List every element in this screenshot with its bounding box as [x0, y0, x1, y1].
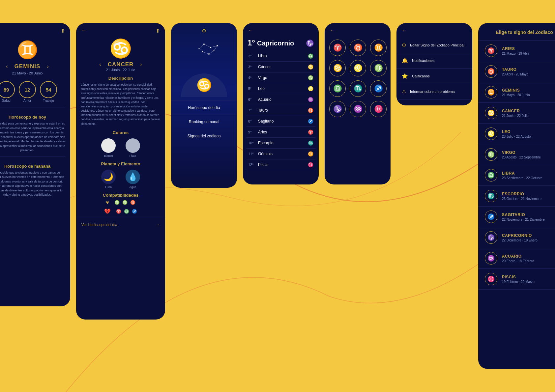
geminis-stats-row: 89 Salud 12 Amor 54 Trabajo [0, 81, 70, 102]
zodiac-grid-item[interactable]: ♍ [370, 60, 387, 76]
zodiac-list-name: PISCIS [502, 275, 555, 279]
zodiac-list-symbol: ♈ [485, 44, 497, 57]
settings-item-text: Calificanos [412, 74, 430, 78]
rank-num: 11° [248, 152, 255, 156]
rank-symbol: ♎ [308, 53, 313, 59]
settings-item[interactable]: ⭐ Calificanos [396, 69, 472, 84]
zodiac-selector-item[interactable]: ♓ PISCIS 19 Febrero · 20 Marzo [478, 269, 555, 290]
zodiac-grid-item[interactable]: ♑ [329, 101, 346, 117]
zodiac-list-symbol: ♏ [485, 190, 497, 202]
menu-item-horoscope-day[interactable]: Horóscopo del día [171, 100, 237, 115]
stat-amor-label: Amor [23, 99, 31, 102]
compat-heart-broken-icon: 💔 [104, 208, 111, 214]
ranking-item[interactable]: 8° Sagitario ♐ [246, 116, 315, 127]
prev-sign-icon[interactable]: ‹ [6, 64, 8, 70]
zodiac-selector-item[interactable]: ♑ CAPRICORNIO 22 Diciembre · 19 Enero [478, 227, 555, 248]
rank-symbol: ♉ [308, 108, 313, 113]
compat-heart-icon: ♥ [106, 200, 109, 206]
zodiac-list-dates: 23 Septiembre · 22 Octubre [502, 176, 555, 180]
zodiac-grid-item[interactable]: ♒ [350, 101, 366, 117]
geminis-sign-name: GEMINIS [15, 63, 41, 70]
stat-trabajo-value: 54 [46, 87, 51, 93]
cancer-prev-icon[interactable]: ‹ [99, 62, 101, 68]
cancer-back-icon[interactable]: ← [81, 28, 87, 34]
zodiac-grid-item[interactable]: ♎ [329, 80, 346, 97]
menu-item-ranking[interactable]: Ranking semanal [171, 115, 237, 129]
zodiac-grid-item[interactable]: ♏ [350, 80, 366, 97]
zodiac-selector-item[interactable]: ♐ SAGITARIO 22 Noviembre · 21 Diciembre [478, 207, 555, 227]
zodiac-selector-item[interactable]: ♒ ACUARIO 20 Enero · 18 Febrero [478, 248, 555, 269]
zodiac-selector-item[interactable]: ♉ TAURO 20 Abril · 20 Mayo [478, 61, 555, 82]
settings-item[interactable]: 🔔 Notificaciones [396, 53, 472, 69]
ranking-item[interactable]: 9° Aries ♈ [246, 127, 315, 138]
zodiac-selector-item[interactable]: ♋ CANCER 21 Junio · 22 Julio [478, 103, 555, 124]
rank-num: 2° [248, 54, 255, 58]
zodiac-list-name: ESCORPIO [502, 192, 555, 196]
top-rank-symbol: ♑ [306, 39, 314, 47]
zodiac-list-name: CAPRICORNIO [502, 233, 555, 238]
zodiac-selector-item[interactable]: ♌ LEO 23 Julio · 22 Agosto [478, 124, 555, 144]
zodiac-list-symbol: ♌ [485, 127, 497, 140]
rank-sign-name: Leo [258, 86, 305, 91]
settings-item[interactable]: ⚠ Informar sobre un problema [396, 84, 472, 99]
cancer-next-icon[interactable]: › [140, 62, 142, 68]
ranking-item[interactable]: 3° Cáncer ♋ [246, 62, 315, 72]
rank-sign-name: Géminis [258, 152, 305, 156]
zodiac-grid-item[interactable]: ♐ [370, 80, 387, 97]
next-sign-icon[interactable]: › [47, 64, 48, 70]
zodiac-list-info: VIRGO 23 Agosto · 22 Septiembre [502, 150, 555, 159]
rank-sign-name: Aries [258, 130, 305, 134]
ranking-item[interactable]: 11° Géminis ♊ [246, 149, 315, 159]
ranking-item[interactable]: 5° Leo ♌ [246, 83, 315, 94]
zodiac-selector-item[interactable]: ♍ VIRGO 23 Agosto · 22 Septiembre [478, 144, 555, 165]
view-horoscope-link[interactable]: Ver Horóscopo del día → [76, 218, 165, 231]
settings-item-icon: ⚠ [402, 89, 406, 95]
zodiac-grid-item[interactable]: ♊ [370, 40, 387, 56]
zodiac-grid-item[interactable]: ♉ [350, 40, 366, 56]
zodiac-grid-back-icon[interactable]: ← [330, 28, 335, 34]
zodiac-selector-item[interactable]: ♏ ESCORPIO 23 Octubre · 21 Noviembre [478, 186, 555, 207]
settings-back-icon[interactable]: ← [402, 28, 407, 34]
zodiac-list-name: CANCER [502, 109, 555, 113]
geminis-dates: 21 Mayo · 20 Junio [0, 71, 70, 75]
cancer-compat-title: Compatibilidades [76, 193, 165, 198]
zodiac-grid-item[interactable]: ♋ [329, 60, 346, 76]
horoscope-tomorrow-title: Horóscopo de mañana [0, 164, 70, 169]
zodiac-list-symbol: ♓ [485, 273, 497, 285]
screens-container: ← ⬆ ♊ ‹ GEMINIS › 21 Mayo · 20 Junio 89 … [0, 23, 555, 369]
svg-line-13 [199, 44, 204, 48]
color-plata: Plata [126, 138, 140, 157]
ranking-item[interactable]: 4° Virgo ♍ [246, 72, 315, 83]
zodiac-grid-item[interactable]: ♈ [329, 40, 346, 56]
settings-item[interactable]: ⚙ Editar Signo del Zodiaco Principal [396, 38, 472, 53]
settings-icon[interactable]: ⚙ [202, 28, 206, 34]
zodiac-list-info: GEMINIS 21 Mayo · 20 Junio [502, 88, 555, 97]
cancer-colors-row: Blanco Plata [76, 138, 165, 157]
zodiac-selector-item[interactable]: ♊ GEMINIS 21 Mayo · 20 Junio [478, 82, 555, 103]
zodiac-list-name: GEMINIS [502, 88, 555, 93]
geminis-sign-nav: ‹ GEMINIS › [0, 62, 70, 71]
zodiac-selector-item[interactable]: ♈ ARIES 21 Marzo · 19 Abril [478, 41, 555, 61]
constellation-svg [181, 39, 227, 66]
zodiac-list-dates: 22 Noviembre · 21 Diciembre [502, 218, 555, 221]
ranking-item[interactable]: 10° Escorpio ♏ [246, 138, 315, 149]
rank-sign-name: Escorpio [258, 141, 305, 145]
rank-sign-name: Piscis [258, 162, 305, 167]
ranking-back-icon[interactable]: ← [248, 28, 253, 34]
share-icon[interactable]: ⬆ [61, 28, 65, 34]
svg-line-7 [204, 44, 211, 47]
zodiac-grid-item[interactable]: ♌ [350, 60, 366, 76]
ranking-item[interactable]: 2° Libra ♎ [246, 51, 315, 62]
zodiac-selector-item[interactable]: ♎ LIBRA 23 Septiembre · 22 Octubre [478, 165, 555, 186]
zodiac-list-name: VIRGO [502, 150, 555, 155]
zodiac-grid-item[interactable]: ♓ [370, 101, 387, 117]
color-blanco-circle [101, 138, 116, 153]
zodiac-list-dates: 23 Julio · 22 Agosto [502, 135, 555, 138]
ranking-item[interactable]: 12° Piscis ♓ [246, 159, 315, 170]
ranking-item[interactable]: 7° Tauro ♉ [246, 105, 315, 116]
cancer-share-icon[interactable]: ⬆ [156, 28, 160, 34]
menu-item-zodiac-signs[interactable]: Signos del zodiaco [171, 129, 237, 143]
rank-symbol: ♏ [308, 140, 313, 146]
ranking-item[interactable]: 6° Acuario ♒ [246, 94, 315, 105]
top-rank-row: 1° Capricornio ♑ [243, 36, 319, 51]
